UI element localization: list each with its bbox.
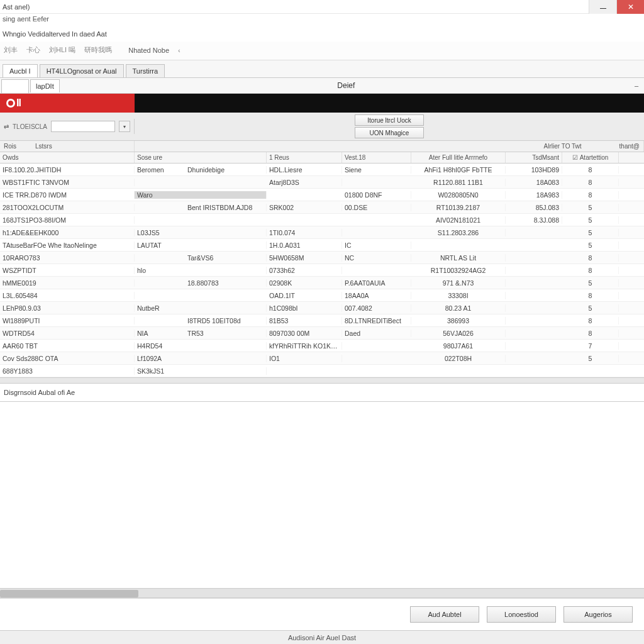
header-rois: Rois [4, 143, 16, 150]
subtab-side-handle[interactable] [1, 79, 29, 93]
tab-audit[interactable]: Aucbl I [3, 64, 38, 77]
table-row[interactable]: WSZPTIDThlo0733h62R1T10032924AG28 [0, 264, 644, 277]
table-cell: 007.4082 [342, 304, 411, 312]
table-cell: 56VJA026 [411, 330, 506, 337]
table-row[interactable]: ICE TRR.D870 IWDMWaro01800 D8NFW0280805N… [0, 189, 644, 201]
table-row[interactable]: h1:ADE&EEHK000L03JS51TI0.074S11.2803.286… [0, 226, 644, 239]
table-cell: 5 [562, 242, 619, 249]
pager-prev-icon[interactable]: ‹ [178, 47, 180, 54]
table-cell: 18.880783 [135, 279, 267, 287]
table-cell: ICE TRR.D870 IWDM [0, 191, 135, 199]
footer-button-locate[interactable]: Lonoestiod [487, 606, 556, 623]
table-row[interactable]: 281TOOX2LOCUTMBent IRISTBDM.AJD8SRK00200… [0, 201, 644, 214]
table-cell: H4RD54 [135, 342, 267, 350]
grid-end-strip [0, 377, 644, 384]
table-cell: 688Y1883 [0, 367, 135, 375]
table-cell: 281TOOX2LOCUTM [0, 204, 135, 211]
cell-part: Dhunidebige [187, 166, 225, 174]
table-cell: kfYRhRiTTRih KO1K.06D [267, 342, 342, 350]
table-cell: 022T08H [411, 355, 506, 362]
table-row[interactable]: L3L.605484OAD.1IT18AA0A33308I8 [0, 289, 644, 302]
table-cell: WBST1FTIC T3NVOM [0, 179, 135, 186]
table-row[interactable]: WBST1FTIC T3NVOMAtarj8D3SR1120.881 11B11… [0, 176, 644, 189]
table-cell: 1TI0.074 [267, 229, 342, 236]
filter-prefix-icon: ⇄ [4, 123, 9, 130]
col-header[interactable]: 1 Reus [267, 152, 342, 163]
close-button[interactable] [616, 0, 644, 14]
table-cell: 386993 [411, 317, 506, 325]
table-row[interactable]: TAtuseBarFOe Whe ItaoNelingeLAUTAT1H.0.A… [0, 239, 644, 252]
subtab-title: Deief [60, 79, 633, 92]
cell-part: NutbeR [137, 304, 187, 312]
table-cell: 5 [562, 279, 619, 287]
toolbar-item[interactable]: 刘丰 [4, 45, 18, 55]
tab-tustirra[interactable]: Turstirra [126, 64, 165, 77]
footer-buttons: Aud Aubtel Lonoestiod Augerios [0, 598, 644, 630]
table-cell: 0733h62 [267, 267, 342, 274]
table-cell: Lf1092A [135, 355, 267, 362]
table-row[interactable]: WDTRD54NIATR538097030 00MDaed56VJA0268 [0, 327, 644, 340]
table-cell: P.6AAT0AUIA [342, 279, 411, 287]
table-row[interactable]: Wl1889PUTII8TRD5 10EIT08d81B538D.LTNREDI… [0, 314, 644, 327]
panel-minimize-icon[interactable]: – [633, 82, 644, 89]
header-center: Alrlier TO Twt [544, 143, 582, 150]
footer-button-agencies[interactable]: Augerios [564, 606, 633, 623]
table-row[interactable]: hMME001918.88078302908KP.6AAT0AUIA971 &.… [0, 277, 644, 289]
minimize-button[interactable] [589, 0, 616, 14]
col-header[interactable]: Atartettion [562, 152, 619, 163]
table-row[interactable]: 688Y1883SK3kJS1 [0, 365, 644, 377]
table-cell: W0280805N0 [411, 191, 506, 199]
table-cell: Siene [342, 166, 411, 174]
table-cell: 85J.083 [506, 204, 562, 211]
table-cell: 5 [562, 229, 619, 236]
table-cell: 5HW0658M [267, 254, 342, 262]
cell-part: LAUTAT [137, 242, 187, 249]
table-row[interactable]: 10RARO783Tar&VS65HW0658MNCNRTL AS Lit8 [0, 252, 644, 264]
brand-block: II [0, 94, 135, 113]
toolbar: 刘丰 卡心 刘HLI 喝 研時我嗎 Nhated Nobe ‹ [0, 42, 644, 60]
table-row[interactable]: LEhP80.9.03NutbeRh1C098bI007.408280.23 A… [0, 302, 644, 314]
table-cell: 1H.0.A031 [267, 242, 342, 249]
cell-part: L03JS5 [137, 229, 187, 236]
cell-part: I8TRD5 10EIT08d [187, 317, 241, 325]
table-row[interactable]: 168JTS1PO3-88I/OMAIV02N1810218.3J.0885 [0, 214, 644, 226]
table-cell: IO1 [267, 355, 342, 362]
filter-dropdown-icon[interactable]: ▾ [119, 121, 130, 132]
col-header[interactable]: Owds [0, 152, 135, 163]
col-header[interactable]: Sose ure [135, 152, 267, 163]
table-cell: BeromenDhunidebige [135, 166, 267, 174]
col-header[interactable]: Vest.18 [342, 152, 411, 163]
cell-part: NIA [137, 330, 187, 337]
tab-diagnose[interactable]: HT4LLOgnosat or Aual [40, 64, 124, 77]
toolbar-label: Nhated Nobe [128, 47, 169, 54]
columns-row: Owds Sose ure 1 Reus Vest.18 Ater Full l… [0, 152, 644, 164]
table-cell: 7 [562, 342, 619, 350]
subtab-label[interactable]: lapDIt [30, 79, 60, 92]
scrollbar-thumb[interactable] [0, 590, 138, 597]
table-row[interactable]: IF8.100.20.JHITIDHBeromenDhunidebigeHDL.… [0, 164, 644, 176]
cell-part: Tar&VS6 [187, 254, 213, 262]
table-cell: 8 [562, 267, 619, 274]
table-row[interactable]: AAR60 TBTH4RD54kfYRhRiTTRih KO1K.06D980J… [0, 340, 644, 352]
col-header[interactable]: TsdMsant [506, 152, 562, 163]
table-cell: 8 [562, 330, 619, 337]
table-cell: Tar&VS6 [135, 254, 267, 262]
table-row[interactable]: Cov Sds288C OTALf1092AIO1022T08H5 [0, 352, 644, 365]
table-cell: AAR60 TBT [0, 342, 135, 350]
cell-part: Bent IRISTBDM.AJD8 [187, 204, 252, 211]
horizontal-scrollbar[interactable] [0, 588, 644, 598]
filter-button-1[interactable]: Itorue ltrcl Uock [355, 114, 424, 126]
toolbar-item[interactable]: 刘HLI 喝 [49, 45, 75, 55]
subtitle-text: sing aent Eefer [0, 14, 644, 26]
filter-input[interactable] [51, 121, 115, 132]
table-cell: 5 [562, 355, 619, 362]
filter-bar: ⇄ TLOEISCLA ▾ Itorue ltrcl Uock UON Mhag… [0, 113, 644, 141]
col-header[interactable]: Ater Full litle Arrrnefo [411, 152, 506, 163]
toolbar-item[interactable]: 研時我嗎 [84, 45, 112, 55]
table-cell: 8 [562, 317, 619, 325]
filter-button-2[interactable]: UON Mhagice [355, 127, 424, 138]
toolbar-item[interactable]: 卡心 [26, 45, 40, 55]
table-cell: hMME0019 [0, 279, 135, 287]
window-title: Ast anel) [3, 3, 30, 11]
footer-button-add[interactable]: Aud Aubtel [410, 606, 479, 623]
